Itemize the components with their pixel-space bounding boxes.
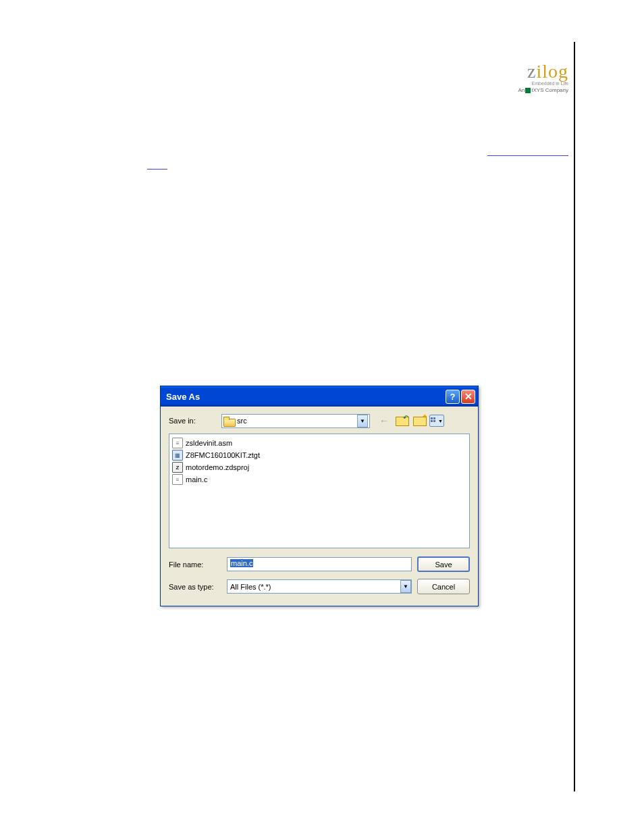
up-one-level-button[interactable]: [394, 413, 409, 428]
logo-ilog: ilog: [536, 61, 568, 82]
folder-up-icon: [396, 416, 408, 426]
views-button[interactable]: ▼: [429, 413, 444, 428]
save-in-combo[interactable]: src ▼: [221, 414, 370, 428]
list-item[interactable]: ▦ Z8FMC160100KIT.ztgt: [172, 449, 466, 461]
logo-z: z: [527, 61, 536, 82]
save-as-type-combo[interactable]: All Files (*.*) ▼: [227, 579, 412, 594]
file-name-input[interactable]: main.c: [227, 557, 412, 571]
back-button[interactable]: ←: [377, 413, 392, 428]
help-button[interactable]: ?: [446, 390, 460, 404]
save-button[interactable]: Save: [417, 556, 470, 572]
file-name: motordemo.zdsproj: [186, 463, 249, 471]
views-icon: ▼: [429, 415, 444, 427]
header-link-underline: [487, 155, 568, 157]
close-button[interactable]: ✕: [461, 390, 475, 404]
folder-open-icon: [223, 417, 234, 425]
folder-new-icon: [413, 416, 425, 426]
file-icon: ▦: [172, 450, 183, 461]
list-item[interactable]: ≡ main.c: [172, 473, 466, 486]
file-name: Z8FMC160100KIT.ztgt: [186, 451, 260, 459]
save-as-dialog: Save As ? ✕ Save in: src ▼ ←: [160, 386, 479, 606]
file-name-value: main.c: [230, 559, 253, 567]
save-as-type-label: Save as type:: [169, 583, 221, 591]
file-icon: ≡: [172, 438, 183, 448]
back-arrow-icon: ←: [379, 415, 389, 426]
save-in-label: Save in:: [169, 417, 221, 425]
page-right-border: [574, 42, 575, 791]
list-item[interactable]: ≡ zsldevinit.asm: [172, 437, 466, 449]
chevron-down-icon: ▼: [438, 419, 443, 423]
logo-tagline-2-brand: IXYS: [531, 87, 543, 93]
save-as-type-value: All Files (*.*): [227, 583, 400, 591]
file-icon: ≡: [172, 474, 183, 485]
dialog-body: Save in: src ▼ ← ▼: [161, 407, 478, 601]
logo-block: zilog Embedded in Life AnIXYS Company: [487, 61, 568, 93]
logo-tagline-2-prefix: An: [518, 87, 525, 93]
new-folder-button[interactable]: [412, 413, 427, 428]
save-in-value: src: [237, 417, 357, 425]
file-list[interactable]: ≡ zsldevinit.asm ▦ Z8FMC160100KIT.ztgt Z…: [169, 434, 470, 548]
save-in-row: Save in: src ▼ ← ▼: [169, 413, 470, 428]
file-name-label: File name:: [169, 561, 221, 569]
titlebar[interactable]: Save As ? ✕: [161, 386, 478, 407]
file-name: zsldevinit.asm: [186, 439, 232, 447]
logo-tagline-2-suffix: Company: [545, 87, 568, 93]
file-name: main.c: [186, 475, 207, 484]
cancel-button[interactable]: Cancel: [417, 579, 470, 594]
list-item[interactable]: Z motordemo.zdsproj: [172, 461, 466, 473]
bottom-controls: File name: main.c Save Save as type: All…: [169, 556, 470, 594]
file-icon: Z: [172, 462, 183, 473]
logo-text: zilog: [487, 61, 568, 82]
chevron-down-icon[interactable]: ▼: [400, 580, 411, 593]
ixys-icon: [525, 88, 531, 93]
toolbar-icons: ← ▼: [377, 413, 444, 428]
logo-tagline-2: AnIXYS Company: [487, 87, 568, 93]
dialog-title: Save As: [166, 392, 444, 402]
body-link-underline: [147, 169, 167, 170]
chevron-down-icon[interactable]: ▼: [357, 415, 368, 427]
